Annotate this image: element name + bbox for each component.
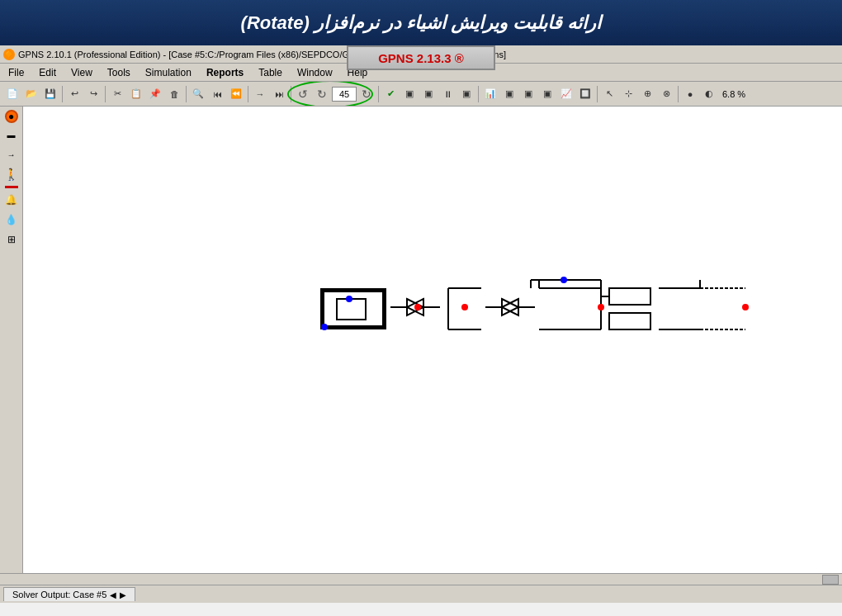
menu-view[interactable]: View [64,65,99,80]
menu-table[interactable]: Table [252,65,289,80]
status-tab-arrow1[interactable]: ◀ [110,590,116,599]
rotate-apply-button[interactable]: ↻ [357,85,376,103]
menu-reports[interactable]: Reports [200,65,250,80]
check-button[interactable]: ✔ [381,85,400,103]
tb-btn-i[interactable]: 📈 [557,85,575,103]
cut-button[interactable]: ✂ [108,85,126,103]
arrow-right-button[interactable]: → [251,85,269,103]
undo-button[interactable]: ↩ [65,85,83,103]
copy-button[interactable]: 📋 [127,85,145,103]
status-tab-label: Solver Output: Case #5 [12,590,106,599]
sep5 [291,86,291,102]
svg-point-27 [598,304,604,310]
svg-rect-4 [337,299,366,320]
select-button[interactable]: ⊹ [619,85,637,103]
left-tb-bell[interactable]: 🔔 [3,192,20,208]
tb-btn-d[interactable]: ▣ [457,85,475,103]
tb-btn-f[interactable]: ▣ [500,85,518,103]
svg-rect-28 [609,288,650,305]
tb-btn-b[interactable]: ▣ [419,85,438,103]
delete-button[interactable]: 🗑 [165,85,183,103]
left-tb-figure[interactable]: 🚶 [3,166,20,182]
left-tb-pipe[interactable]: ▬ [3,126,20,143]
svg-rect-1 [320,288,386,292]
sep6 [378,86,379,102]
new-button[interactable]: 📄 [3,85,21,103]
top-banner: ارائه قابلیت ویرایش اشیاء در نرم‌افزار (… [0,0,842,45]
tb-btn-m[interactable]: ● [681,85,699,103]
svg-rect-0 [320,288,324,329]
bottom-scrollbar[interactable] [0,573,842,585]
save-button[interactable]: 💾 [41,85,59,103]
left-toolbar: ● ▬ → 🚶 🔔 💧 ⊞ [0,107,23,573]
diagram-svg [320,263,750,354]
zoom-in-button[interactable]: 🔍 [189,85,207,103]
first-button[interactable]: ⏮ [208,85,226,103]
scrollbar-thumb[interactable] [822,575,839,585]
tb-btn-n[interactable]: ◐ [700,85,718,103]
left-tb-drop[interactable]: 💧 [3,211,20,228]
menu-edit[interactable]: Edit [32,65,63,80]
rotate-group: ↺ ↻ 45 ↻ [294,85,376,103]
status-tab-arrow2[interactable]: ▶ [120,590,126,599]
left-tb-circle[interactable]: ● [5,110,18,123]
left-tb-line[interactable] [5,186,18,188]
app-icon: 🔶 [3,49,15,60]
svg-point-15 [461,304,468,310]
version-text: GPNS 2.13.3 ® [378,51,464,65]
svg-rect-29 [609,313,650,329]
rotate-cw-button[interactable]: ↻ [313,85,331,103]
left-tb-grid[interactable]: ⊞ [3,231,20,248]
svg-point-26 [561,277,567,283]
sep9 [678,86,679,102]
svg-rect-2 [382,288,386,329]
svg-point-6 [321,324,328,330]
menu-simulation[interactable]: Simulation [139,65,198,80]
toolbar-row1: 📄 📂 💾 ↩ ↪ ✂ 📋 📌 🗑 🔍 ⏮ ⏪ → ⏭ ↺ ↻ 45 ↻ ✔ ▣… [0,82,842,107]
tb-btn-j[interactable]: 🔲 [576,85,594,103]
left-tb-arrow[interactable]: → [3,146,20,163]
svg-marker-17 [502,299,518,315]
cursor-button[interactable]: ↖ [600,85,618,103]
menu-tools[interactable]: Tools [101,65,137,80]
sep2 [105,86,106,102]
status-bar: Solver Output: Case #5 ◀ ▶ [0,585,842,603]
svg-point-34 [742,304,749,310]
sep1 [62,86,63,102]
tb-btn-c[interactable]: ⏸ [438,85,456,103]
rotate-ccw-button[interactable]: ↺ [294,85,312,103]
svg-point-5 [346,296,352,302]
menu-window[interactable]: Window [291,65,339,80]
svg-point-11 [414,304,421,310]
tb-btn-a[interactable]: ▣ [400,85,419,103]
tb-btn-k[interactable]: ⊕ [638,85,656,103]
sep8 [597,86,598,102]
svg-rect-3 [320,325,386,329]
tb-btn-h[interactable]: ▣ [538,85,556,103]
paste-button[interactable]: 📌 [146,85,164,103]
sep7 [478,86,479,102]
main-area: ● ▬ → 🚶 🔔 💧 ⊞ [0,107,842,573]
rotate-angle-input[interactable]: 45 [332,87,357,102]
tb-btn-g[interactable]: ▣ [519,85,537,103]
solver-output-tab[interactable]: Solver Output: Case #5 ◀ ▶ [3,587,135,601]
tb-btn-l[interactable]: ⊗ [657,85,675,103]
sep3 [186,86,187,102]
svg-marker-18 [502,299,518,315]
nav-button[interactable]: ⏭ [270,85,288,103]
menu-file[interactable]: File [2,65,31,80]
banner-title: ارائه قابلیت ویرایش اشیاء در نرم‌افزار (… [241,12,602,34]
zoom-display: 6.8 % [719,89,749,99]
canvas-area[interactable] [23,107,842,573]
tb-btn-e[interactable]: 📊 [481,85,499,103]
version-badge: GPNS 2.13.3 ® [347,45,495,70]
prev-button[interactable]: ⏪ [227,85,245,103]
redo-button[interactable]: ↪ [84,85,102,103]
open-button[interactable]: 📂 [22,85,40,103]
sep4 [248,86,248,102]
